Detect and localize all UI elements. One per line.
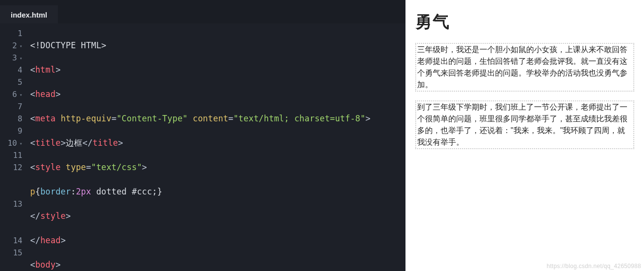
app-root: index.html 12▾3▾456▾78910▾1112 13 1415 <… (0, 0, 644, 271)
line-number: 14 (0, 234, 22, 247)
line-number: 15 (0, 247, 22, 259)
line-number: 12 (0, 161, 22, 174)
line-number: 1 (0, 27, 22, 39)
file-tab-index-html[interactable]: index.html (0, 5, 58, 23)
fold-icon[interactable]: ▾ (19, 52, 22, 64)
watermark-text: https://blog.csdn.net/qq_42650988 (547, 263, 641, 270)
line-number: 7 (0, 100, 22, 113)
line-number: 8 (0, 113, 22, 125)
line-number: 4 (0, 64, 22, 76)
editor-panel: index.html 12▾3▾456▾78910▾1112 13 1415 <… (0, 0, 405, 271)
line-number: 10▾ (0, 137, 22, 149)
line-number: 13 (0, 198, 22, 210)
line-number-gutter: 12▾3▾456▾78910▾1112 13 1415 (0, 23, 27, 271)
line-number: 2▾ (0, 39, 22, 52)
preview-paragraph-2: 到了三年级下学期时，我们班上了一节公开课，老师提出了一个很简单的问题，班里很多同… (415, 100, 634, 149)
code-l1: <!DOCTYPE HTML> (30, 40, 107, 50)
preview-heading: 勇气 (415, 11, 634, 33)
line-number: 5 (0, 76, 22, 88)
tab-bar: index.html (0, 0, 405, 23)
line-number: 6▾ (0, 88, 22, 100)
line-number: 3▾ (0, 52, 22, 64)
code-area[interactable]: 12▾3▾456▾78910▾1112 13 1415 <!DOCTYPE HT… (0, 23, 405, 271)
preview-paragraph-1: 三年级时，我还是一个胆小如鼠的小女孩，上课从来不敢回答老师提出的问题，生怕回答错… (415, 43, 634, 92)
preview-panel: 勇气 三年级时，我还是一个胆小如鼠的小女孩，上课从来不敢回答老师提出的问题，生怕… (405, 0, 644, 271)
tab-label: index.html (11, 11, 47, 19)
fold-icon[interactable]: ▾ (19, 40, 22, 52)
fold-icon[interactable]: ▾ (19, 89, 22, 101)
line-number: 9 (0, 125, 22, 137)
line-number: 11 (0, 149, 22, 161)
fold-icon[interactable]: ▾ (19, 137, 22, 150)
code-content[interactable]: <!DOCTYPE HTML> <html> <head> <meta http… (27, 23, 405, 271)
